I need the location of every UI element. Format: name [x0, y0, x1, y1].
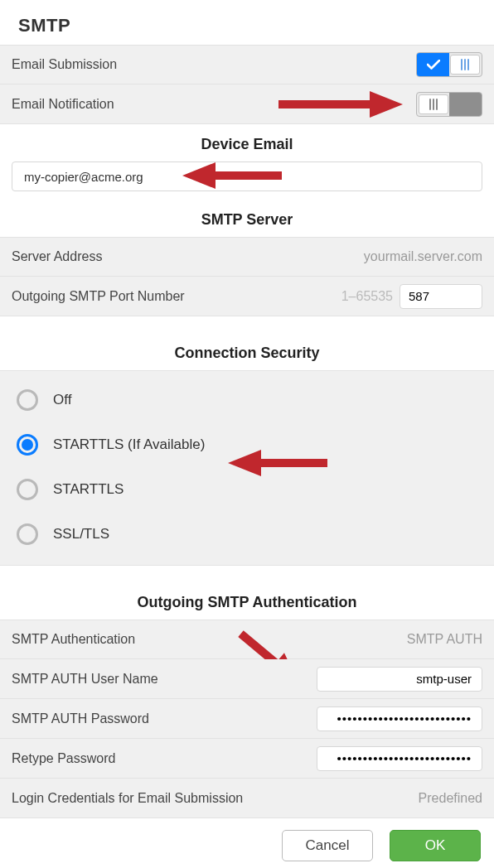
- footer: Cancel OK: [0, 818, 494, 868]
- radio-label: SSL/TLS: [53, 526, 109, 542]
- radio-off[interactable]: Off: [0, 378, 494, 422]
- radio-icon: [17, 523, 38, 545]
- row-port: Outgoing SMTP Port Number 1–65535: [0, 277, 494, 316]
- label-retype-password: Retype Password: [12, 751, 317, 766]
- row-email-notification: Email Notification: [0, 84, 494, 124]
- radio-starttls[interactable]: STARTTLS: [0, 467, 494, 512]
- row-username: SMTP AUTH User Name: [0, 659, 494, 699]
- radio-icon: [17, 389, 38, 411]
- username-input[interactable]: [317, 667, 482, 692]
- label-password: SMTP AUTH Password: [12, 711, 317, 726]
- row-smtp-auth: SMTP Authentication SMTP AUTH: [0, 620, 494, 659]
- toggle-knob: [450, 55, 480, 75]
- label-username: SMTP AUTH User Name: [12, 672, 317, 687]
- check-icon: [427, 60, 440, 70]
- password-input[interactable]: [317, 706, 482, 731]
- label-server-address: Server Address: [12, 249, 364, 264]
- row-email-submission: Email Submission: [0, 45, 494, 84]
- device-email-field-wrap: [0, 162, 494, 200]
- label-email-notification: Email Notification: [12, 97, 416, 112]
- radio-label: STARTTLS: [53, 481, 124, 498]
- toggle-email-submission[interactable]: [416, 52, 482, 77]
- header-smtp-server: SMTP Server: [0, 200, 494, 237]
- header-smtp-auth: Outgoing SMTP Authentication: [0, 582, 494, 620]
- toggle-email-notification[interactable]: [416, 92, 482, 117]
- toggle-knob: [419, 94, 448, 114]
- radio-starttls-if-available[interactable]: STARTTLS (If Available): [0, 422, 494, 467]
- retype-password-input[interactable]: [317, 746, 482, 771]
- ok-button[interactable]: OK: [390, 830, 481, 861]
- value-server-address[interactable]: yourmail.server.com: [364, 249, 482, 264]
- device-email-input[interactable]: [12, 162, 482, 191]
- row-server-address: Server Address yourmail.server.com: [0, 237, 494, 277]
- toggle-check-area: [417, 53, 449, 76]
- value-login-credentials[interactable]: Predefined: [419, 791, 482, 806]
- row-password: SMTP AUTH Password: [0, 699, 494, 739]
- cancel-button[interactable]: Cancel: [282, 830, 373, 861]
- label-port: Outgoing SMTP Port Number: [12, 289, 341, 304]
- row-login-credentials: Login Credentials for Email Submission P…: [0, 779, 494, 818]
- radio-ssltls[interactable]: SSL/TLS: [0, 512, 494, 557]
- value-smtp-auth[interactable]: SMTP AUTH: [407, 632, 482, 647]
- radio-icon: [17, 479, 38, 500]
- radio-label: Off: [53, 392, 71, 408]
- radio-label: STARTTLS (If Available): [53, 436, 205, 453]
- port-hint: 1–65535: [341, 289, 393, 304]
- label-smtp-auth: SMTP Authentication: [12, 632, 407, 647]
- label-email-submission: Email Submission: [12, 57, 416, 72]
- port-input[interactable]: [400, 284, 482, 309]
- header-device-email: Device Email: [0, 124, 494, 162]
- label-login-credentials: Login Credentials for Email Submission: [12, 791, 419, 806]
- radio-icon: [17, 434, 38, 456]
- page-title: SMTP: [0, 0, 494, 45]
- radio-group-connection-security: Off STARTTLS (If Available) STARTTLS SSL…: [0, 370, 494, 566]
- header-connection-security: Connection Security: [0, 333, 494, 370]
- row-retype-password: Retype Password: [0, 739, 494, 779]
